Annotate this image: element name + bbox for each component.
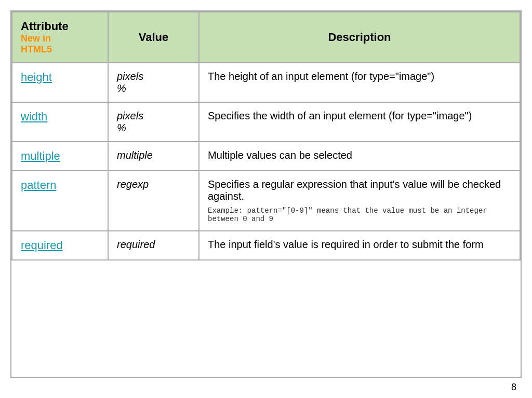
attr-link[interactable]: height — [21, 71, 52, 84]
desc-cell: Specifies the width of an input element … — [199, 102, 520, 142]
desc-cell: Multiple values can be selected — [199, 142, 520, 171]
attr-link[interactable]: pattern — [21, 179, 57, 191]
desc-text: The input field's value is required in o… — [208, 239, 484, 250]
col-header-attribute-label: Attribute — [21, 20, 69, 33]
val-cell: multiple — [108, 142, 199, 171]
attr-cell[interactable]: pattern — [12, 171, 108, 231]
col-header-new-in-label: New in — [21, 33, 99, 44]
desc-example: Example: pattern="[0-9]" means that the … — [208, 207, 511, 223]
desc-text: Specifies a regular expression that inpu… — [208, 179, 501, 202]
attr-link[interactable]: width — [21, 110, 47, 123]
desc-text: Specifies the width of an input element … — [208, 110, 472, 121]
attr-link[interactable]: required — [21, 239, 63, 252]
val-cell: pixels% — [108, 102, 199, 142]
col-header-value: Value — [108, 12, 199, 63]
desc-cell: Specifies a regular expression that inpu… — [199, 171, 520, 231]
table-row: requiredrequiredThe input field's value … — [12, 231, 520, 260]
table-row: patternregexpSpecifies a regular express… — [12, 171, 520, 231]
val-cell: pixels% — [108, 63, 199, 102]
desc-cell: The height of an input element (for type… — [199, 63, 520, 102]
table-row: multiplemultipleMultiple values can be s… — [12, 142, 520, 171]
col-header-description: Description — [199, 12, 520, 63]
col-header-attribute: Attribute New in HTML5 — [12, 12, 108, 63]
val-cell: required — [108, 231, 199, 260]
attr-cell[interactable]: height — [12, 63, 108, 102]
desc-text: The height of an input element (for type… — [208, 71, 434, 82]
attr-cell[interactable]: required — [12, 231, 108, 260]
attr-link[interactable]: multiple — [21, 149, 60, 162]
attr-cell[interactable]: width — [12, 102, 108, 142]
val-cell: regexp — [108, 171, 199, 231]
table-row: widthpixels%Specifies the width of an in… — [12, 102, 520, 142]
attributes-table-wrapper: Attribute New in HTML5 Value Description… — [10, 10, 522, 378]
page-number: 8 — [10, 378, 522, 393]
table-row: heightpixels%The height of an input elem… — [12, 63, 520, 102]
col-header-html5-label: HTML5 — [21, 44, 99, 55]
attr-cell[interactable]: multiple — [12, 142, 108, 171]
desc-text: Multiple values can be selected — [208, 149, 352, 161]
desc-cell: The input field's value is required in o… — [199, 231, 520, 260]
attributes-table: Attribute New in HTML5 Value Description… — [11, 11, 521, 260]
